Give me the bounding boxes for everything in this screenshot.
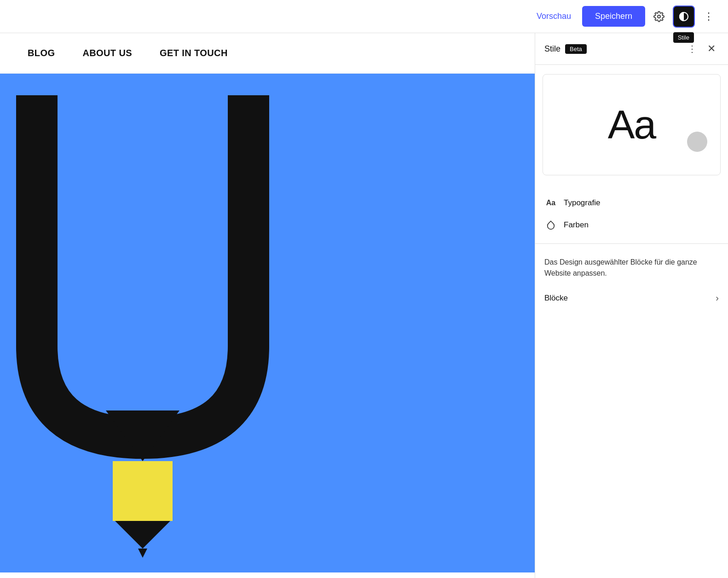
font-preview-text: Aa <box>608 101 656 148</box>
colors-label: Farben <box>564 220 589 230</box>
style-tooltip: Stile <box>673 32 694 43</box>
settings-icon[interactable] <box>651 8 667 25</box>
font-preview-card: Aa <box>543 74 721 175</box>
panel-desc-section: Das Design ausgewählter Blöcke für die g… <box>535 244 728 317</box>
topbar: Vorschau Speichern Stile ⋮ <box>0 0 728 33</box>
nav-item-contact[interactable]: GET IN TOUCH <box>160 48 228 58</box>
typography-icon: Aa <box>544 197 557 209</box>
more-options-icon[interactable]: ⋮ <box>700 8 717 25</box>
blocks-label: Blöcke <box>544 294 568 303</box>
pencil-graphic <box>0 74 285 572</box>
panel-title: Stile <box>544 44 560 54</box>
svg-point-0 <box>658 15 660 18</box>
svg-marker-3 <box>115 521 170 549</box>
vorschau-button[interactable]: Vorschau <box>531 8 577 25</box>
colors-icon <box>544 219 557 231</box>
blue-section <box>0 74 535 572</box>
panel-beta-badge: Beta <box>565 44 587 54</box>
panel-more-icon[interactable]: ⋮ <box>685 41 699 56</box>
panel-header: Stile Beta ⋮ ✕ <box>535 33 728 65</box>
typography-colors-section: Aa Typografie Farben <box>535 185 728 244</box>
right-panel: Stile Beta ⋮ ✕ Aa Aa Typografie <box>535 33 728 578</box>
typography-label: Typografie <box>564 198 600 208</box>
font-preview-dot <box>687 132 707 152</box>
canvas-area: BLOG ABOUT US GET IN TOUCH <box>0 33 535 578</box>
speichern-button[interactable]: Speichern <box>582 6 645 27</box>
style-button[interactable]: Stile <box>673 6 695 28</box>
panel-description: Das Design ausgewählter Blöcke für die g… <box>544 257 719 279</box>
svg-marker-4 <box>138 549 147 558</box>
colors-item[interactable]: Farben <box>544 214 719 236</box>
blocks-row[interactable]: Blöcke › <box>544 288 719 308</box>
typography-item[interactable]: Aa Typografie <box>544 192 719 214</box>
main-layout: BLOG ABOUT US GET IN TOUCH Stile <box>0 33 728 578</box>
panel-close-icon[interactable]: ✕ <box>704 41 719 56</box>
nav-item-blog[interactable]: BLOG <box>28 48 55 58</box>
svg-rect-2 <box>113 461 173 521</box>
blocks-chevron-icon: › <box>716 293 719 303</box>
nav-item-about[interactable]: ABOUT US <box>82 48 132 58</box>
canvas-nav: BLOG ABOUT US GET IN TOUCH <box>0 33 535 74</box>
